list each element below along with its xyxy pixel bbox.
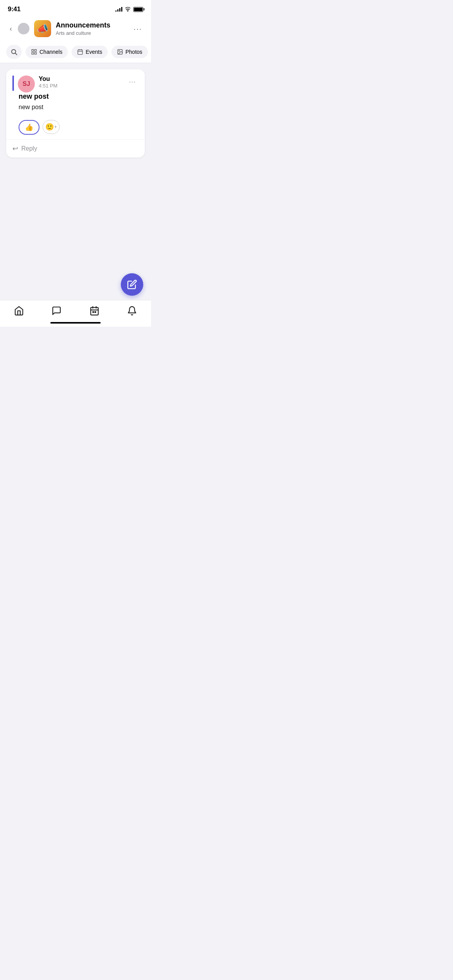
channel-subtitle: Arts and culture — [56, 30, 126, 36]
svg-point-11 — [119, 51, 120, 51]
reply-label: Reply — [21, 145, 37, 152]
thumbsup-emoji: 👍 — [25, 123, 33, 132]
svg-rect-5 — [34, 52, 36, 54]
back-avatar — [18, 23, 29, 34]
nav-messages-button[interactable] — [38, 304, 76, 317]
calendar-icon — [89, 306, 100, 316]
svg-rect-12 — [91, 307, 98, 315]
thumbsup-reaction-button[interactable]: 👍 — [19, 120, 39, 135]
compose-fab-button[interactable] — [121, 273, 143, 296]
svg-rect-6 — [78, 50, 82, 55]
reply-icon: ↩ — [12, 144, 18, 153]
post-body: new post new post — [6, 93, 145, 116]
post-accent-bar — [12, 75, 14, 91]
post-card: SJ You 4:51 PM ··· new post new post 👍 🙂… — [6, 69, 145, 158]
post-meta: You 4:51 PM — [39, 75, 122, 93]
add-reaction-button[interactable]: 🙂 + — [43, 120, 60, 134]
post-options-button[interactable]: ··· — [126, 75, 139, 88]
content-area: SJ You 4:51 PM ··· new post new post 👍 🙂… — [0, 63, 151, 297]
photos-filter-label: Photos — [125, 49, 142, 55]
back-chevron-icon: ‹ — [6, 24, 15, 33]
channel-icon: 📣 — [34, 20, 51, 37]
svg-rect-4 — [32, 52, 34, 54]
channel-info: Announcements Arts and culture — [56, 21, 126, 36]
channels-filter-button[interactable]: Channels — [26, 46, 68, 58]
svg-line-1 — [15, 53, 17, 55]
filter-bar: Channels Events Photos — [0, 41, 151, 63]
add-reaction-icon: 🙂 — [45, 123, 54, 131]
events-filter-button[interactable]: Events — [72, 46, 108, 58]
channel-header: ‹ 📣 Announcements Arts and culture ··· — [0, 16, 151, 41]
signal-icon — [115, 7, 122, 12]
post-title: new post — [19, 93, 139, 101]
home-icon — [14, 306, 24, 316]
post-avatar: SJ — [18, 75, 35, 93]
notifications-icon — [127, 306, 137, 316]
post-reactions: 👍 🙂 + — [6, 116, 145, 139]
messages-icon — [51, 306, 62, 316]
status-bar: 9:41 — [0, 0, 151, 16]
svg-rect-17 — [95, 312, 96, 312]
search-icon — [10, 48, 17, 55]
battery-icon — [133, 7, 143, 12]
events-filter-label: Events — [86, 49, 102, 55]
wifi-icon — [125, 7, 131, 12]
status-time: 9:41 — [8, 5, 21, 13]
search-button[interactable] — [6, 45, 22, 59]
photos-icon — [117, 49, 123, 55]
events-icon — [77, 49, 83, 55]
channels-icon — [31, 49, 37, 55]
svg-rect-3 — [34, 50, 36, 51]
status-icons — [115, 7, 143, 12]
post-time: 4:51 PM — [39, 83, 122, 89]
post-text: new post — [19, 103, 139, 111]
post-author: You — [39, 75, 122, 82]
svg-rect-2 — [32, 50, 34, 51]
channels-filter-label: Channels — [39, 49, 62, 55]
home-indicator — [50, 322, 101, 324]
nav-notifications-button[interactable] — [113, 304, 151, 317]
svg-rect-16 — [93, 312, 93, 312]
channel-title: Announcements — [56, 21, 126, 30]
back-button[interactable]: ‹ — [6, 23, 29, 34]
reply-button[interactable]: ↩ Reply — [6, 139, 145, 158]
more-options-button[interactable]: ··· — [131, 22, 145, 36]
nav-home-button[interactable] — [0, 304, 38, 317]
photos-filter-button[interactable]: Photos — [112, 46, 148, 58]
nav-calendar-button[interactable] — [76, 304, 113, 317]
compose-icon — [127, 279, 137, 290]
